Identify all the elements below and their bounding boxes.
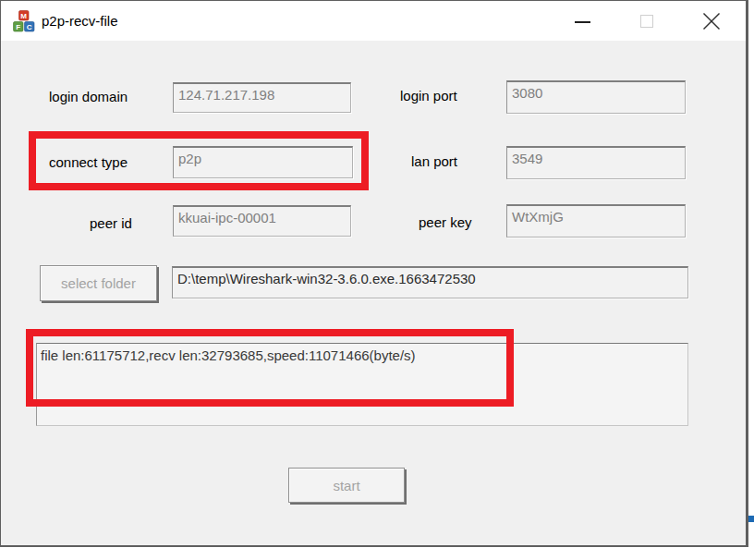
icon-letter-f: F bbox=[16, 23, 20, 31]
close-icon bbox=[702, 12, 721, 30]
icon-letter-m: M bbox=[20, 12, 27, 20]
window-title: p2p-recv-file bbox=[42, 1, 118, 41]
folder-path-field[interactable]: D:\temp\Wireshark-win32-3.6.0.exe.166347… bbox=[172, 266, 688, 298]
input-login-port[interactable]: 3080 bbox=[506, 80, 686, 114]
maximize-icon bbox=[640, 15, 653, 28]
icon-letter-c: C bbox=[27, 23, 32, 31]
input-connect-type[interactable]: p2p bbox=[173, 146, 353, 178]
label-connect-type: connect type bbox=[49, 154, 128, 170]
mfc-app-icon: M F C bbox=[13, 10, 35, 32]
input-login-domain[interactable]: 124.71.217.198 bbox=[173, 82, 351, 113]
titlebar: M F C p2p-recv-file bbox=[1, 1, 746, 41]
app-window: M F C p2p-recv-file login domain 124.71.… bbox=[0, 0, 748, 547]
label-login-domain: login domain bbox=[49, 89, 128, 104]
status-box[interactable]: file len:61175712,recv len:32793685,spee… bbox=[36, 343, 688, 426]
input-peer-key[interactable]: WtXmjG bbox=[506, 204, 686, 237]
label-peer-id: peer id bbox=[90, 215, 132, 231]
label-login-port: login port bbox=[400, 88, 457, 103]
minimize-icon bbox=[575, 21, 590, 23]
input-peer-id[interactable]: kkuai-ipc-00001 bbox=[173, 205, 351, 237]
select-folder-button[interactable]: select folder bbox=[40, 265, 157, 301]
close-button[interactable] bbox=[690, 1, 733, 41]
maximize-button bbox=[626, 1, 668, 41]
minimize-button[interactable] bbox=[561, 1, 603, 41]
label-lan-port: lan port bbox=[411, 153, 457, 169]
status-text: file len:61175712,recv len:32793685,spee… bbox=[41, 347, 416, 363]
start-button[interactable]: start bbox=[288, 468, 405, 503]
input-lan-port[interactable]: 3549 bbox=[506, 146, 686, 179]
label-peer-key: peer key bbox=[419, 214, 472, 230]
